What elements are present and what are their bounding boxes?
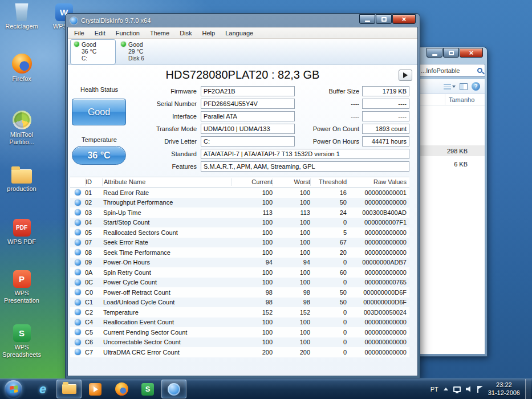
attr-threshold: 0 [310,339,347,345]
attr-id: C0 [85,289,102,296]
column-header-worst[interactable]: Worst [273,178,310,186]
desktop-icon-wps-pdf[interactable]: PDFWPS PDF [1,219,42,246]
menu-theme[interactable]: Theme [145,28,174,38]
close-button[interactable]: × [392,14,416,24]
clock[interactable]: 23:22 31-12-2006 [488,381,520,397]
smart-attribute-row[interactable]: C1Load/Unload Cycle Count989850000000000… [70,298,409,308]
menu-help[interactable]: Help [197,28,221,38]
smart-attribute-row[interactable]: C7UltraDMA CRC Error Count20020000000000… [70,347,409,357]
field-label: ---- [250,100,359,107]
desktop-icon-production-folder[interactable]: production [1,165,42,193]
column-header-threshold[interactable]: Threshold [310,178,347,186]
menu-disk[interactable]: Disk [174,28,197,38]
smart-attribute-row[interactable]: 01Read Error Rate10010016000000000001 [70,188,409,198]
language-indicator[interactable]: PT [431,386,438,393]
blue-status-dot-icon [75,309,81,315]
menu-edit[interactable]: Edit [90,28,111,38]
hidden-icons-arrow[interactable] [444,388,448,390]
desktop-icon-wps-presentation[interactable]: PWPS Presentation [1,270,42,304]
smart-attribute-row[interactable]: 02Throughput Performance1001005000000000… [70,198,409,208]
column-header-id[interactable]: ID [85,178,102,186]
smart-attribute-row[interactable]: 04Start/Stop Count10010000000000007F1 [70,218,409,228]
app-icon [70,17,78,25]
search-text: ...InfoPortable [421,67,460,74]
smart-attribute-row[interactable]: C2Temperature1521520003D00050024 [70,307,409,317]
health-indicator-cell [70,299,85,306]
desktop-icon-firefox[interactable]: Firefox [1,54,42,83]
taskbar-crystaldiskinfo[interactable] [161,380,186,398]
smart-attribute-row[interactable]: 08Seek Time Performance10010020000000000… [70,247,409,258]
attr-threshold: 24 [310,209,347,216]
recycle-bin-icon [14,3,29,21]
desktop-icon-wps-spreadsheets[interactable]: SWPS Spreadsheets [1,324,42,358]
show-desktop-button[interactable] [525,379,531,399]
search-icon [477,68,482,73]
attr-name: Reallocation Event Count [102,319,232,325]
explorer-close-button[interactable]: × [460,48,483,58]
volume-icon[interactable] [466,386,472,392]
maximize-icon [381,17,387,22]
attr-id: C1 [85,299,102,306]
smart-attribute-row[interactable]: C4Reallocation Event Count10010000000000… [70,317,409,328]
explorer-minimize-button[interactable] [427,48,442,58]
desktop-icon-minitool[interactable]: MiniTool Partitio... [1,111,42,145]
maximize-button[interactable] [376,14,392,24]
taskbar-firefox[interactable] [109,380,134,398]
blue-status-dot-icon [75,319,81,325]
smart-attribute-row[interactable]: 09Power-On Hours9494000000000ADB7 [70,258,409,268]
attr-worst: 100 [273,219,310,226]
help-icon[interactable]: ? [472,82,480,91]
desktop-icon-label: Reciclagem [1,23,42,30]
menu-language[interactable]: Language [220,28,258,38]
desktop-icon-recycle-bin[interactable]: Reciclagem [1,3,42,30]
taskbar-media-player[interactable] [83,380,108,398]
smart-attribute-row[interactable]: 0CPower Cycle Count1001000000000000765 [70,278,409,288]
explorer-search-input[interactable]: ...InfoPortable [418,64,485,77]
smart-attribute-row[interactable]: 05Reallocated Sectors Count1001005000000… [70,227,409,238]
smart-attribute-row[interactable]: C5Current Pending Sector Count1001000000… [70,327,409,337]
attr-worst: 100 [273,229,310,236]
health-indicator-cell [70,289,85,295]
column-header-attribute-name[interactable]: Attribute Name [102,178,232,186]
attr-current: 200 [232,349,273,356]
next-disk-button[interactable] [399,70,412,81]
smart-attribute-row[interactable]: C6Uncorrectable Sector Count100100000000… [70,337,409,348]
blue-status-dot-icon [75,269,81,275]
health-indicator-cell [70,329,85,335]
display-icon[interactable] [453,386,461,392]
menu-file[interactable]: File [69,28,90,38]
field-label: Features [91,163,197,170]
smart-attribute-row[interactable]: 0ASpin Retry Count10010060000000000000 [70,267,409,278]
crystaldiskinfo-window: CrystalDiskInfo 9.7.0 x64 × FileEditFunc… [66,14,420,378]
blue-status-dot-icon [75,199,81,206]
attr-threshold: 16 [310,189,347,196]
attr-worst: 98 [273,299,310,306]
indicator-column-header [70,178,85,186]
titlebar[interactable]: CrystalDiskInfo 9.7.0 x64 × [66,14,420,27]
column-header-raw-values[interactable]: Raw Values [347,178,409,186]
explorer-maximize-button[interactable] [443,48,459,58]
desktop-icon-label: MiniTool Partitio... [1,131,42,145]
taskbar-windows-explorer[interactable] [56,380,82,398]
disk-tile-1[interactable]: Good36 °CC: [71,40,115,64]
blue-status-dot-icon [75,279,81,286]
taskbar-internet-explorer[interactable]: e [30,380,55,398]
smart-attribute-row[interactable]: 03Spin-Up Time11311324000300B400AD [70,207,409,218]
action-center-icon[interactable] [477,386,483,393]
minimize-icon [365,21,370,22]
smart-attribute-row[interactable]: C0Power-off Retract Count989850000000000… [70,287,409,298]
change-view-button[interactable] [444,83,456,89]
menu-function[interactable]: Function [111,28,145,38]
taskbar-apps: eS [30,380,186,398]
smart-attribute-row[interactable]: 07Seek Error Rate10010067000000000000 [70,238,409,248]
column-header-current[interactable]: Current [232,178,273,186]
taskbar-wps-spreadsheets[interactable]: S [135,380,160,398]
taskbar: eS PT 23:22 31-12-2006 [0,378,532,399]
preview-panel-icon[interactable] [460,83,468,90]
start-button[interactable] [5,380,22,398]
attr-raw-values: 000000000D6F [347,289,409,296]
attr-threshold: 0 [310,349,347,356]
minimize-button[interactable] [359,14,375,24]
disk-tile-2[interactable]: Good29 °CDisk 6 [117,40,162,64]
column-header-size[interactable]: Tamanho [445,94,485,105]
